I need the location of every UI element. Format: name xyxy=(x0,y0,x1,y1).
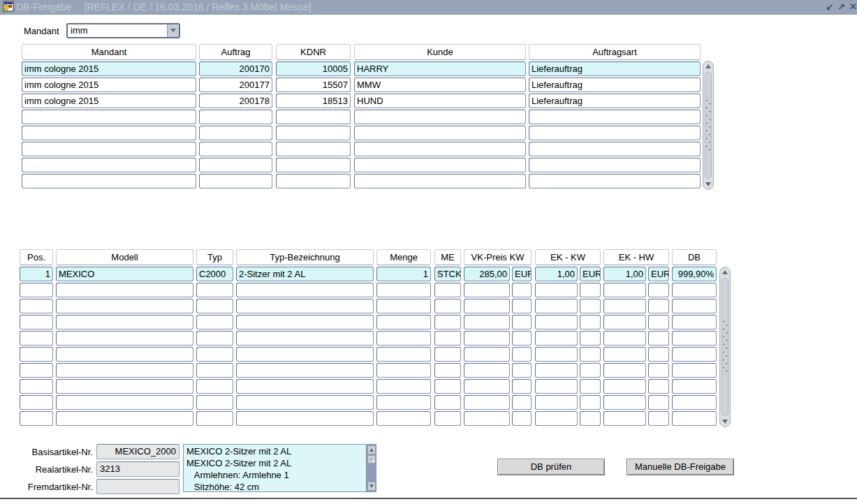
cell-vk_waehrung-row1[interactable]: EUR xyxy=(512,267,532,281)
cell-ek_kw-row3[interactable] xyxy=(535,299,578,313)
positions-scrollbar[interactable] xyxy=(719,267,731,427)
cell-typ-row3[interactable] xyxy=(196,299,233,313)
cell-typ-row10[interactable] xyxy=(196,411,233,426)
cell-vk_preis-row2[interactable] xyxy=(464,283,510,297)
cell-vk_preis-row5[interactable] xyxy=(464,331,510,346)
cell-mandant-row3[interactable]: imm cologne 2015 xyxy=(22,94,196,108)
cell-me-row10[interactable] xyxy=(434,411,461,426)
cell-vk_preis-row6[interactable] xyxy=(464,347,510,362)
cell-kdnr-row4[interactable] xyxy=(276,110,351,124)
cell-auftragsart-row6[interactable] xyxy=(529,142,701,156)
cell-me-row9[interactable] xyxy=(434,395,461,410)
cell-typ-row8[interactable] xyxy=(196,379,233,394)
cell-ek_hw-row7[interactable] xyxy=(603,363,646,378)
cell-modell-row3[interactable] xyxy=(56,299,193,313)
cell-pos-row3[interactable] xyxy=(20,299,53,313)
cell-typ-row9[interactable] xyxy=(196,395,233,410)
cell-ek_kw-row2[interactable] xyxy=(535,283,578,297)
cell-ek_hw-row5[interactable] xyxy=(603,331,646,346)
cell-auftragsart-row5[interactable] xyxy=(529,126,701,140)
cell-me-row1[interactable]: STCK xyxy=(434,267,461,281)
cell-modell-row1[interactable]: MEXICO xyxy=(56,267,193,281)
cell-ek_hw_waehrung-row5[interactable] xyxy=(648,331,669,346)
cell-typ-row2[interactable] xyxy=(196,283,233,297)
cell-ek_kw-row4[interactable] xyxy=(535,315,578,329)
cell-typ_bezeichnung-row3[interactable] xyxy=(236,299,374,313)
cell-ek_kw_waehrung-row4[interactable] xyxy=(580,315,601,329)
fremdartikel-field[interactable] xyxy=(96,479,180,494)
cell-kdnr-row7[interactable] xyxy=(276,158,351,172)
scrollbar-grip[interactable] xyxy=(722,319,728,375)
cell-vk_preis-row10[interactable] xyxy=(464,411,510,426)
cell-kunde-row5[interactable] xyxy=(354,126,526,140)
cell-mandant-row7[interactable] xyxy=(22,158,196,172)
cell-kdnr-row3[interactable]: 18513 xyxy=(276,94,351,108)
cell-db-row6[interactable] xyxy=(672,347,717,362)
cell-typ_bezeichnung-row4[interactable] xyxy=(236,315,374,329)
cell-auftragsart-row1[interactable]: Lieferauftrag xyxy=(529,61,701,76)
cell-ek_hw_waehrung-row2[interactable] xyxy=(648,283,669,297)
cell-mandant-row5[interactable] xyxy=(22,126,196,140)
restore-window-icon[interactable]: ↙ xyxy=(826,1,837,12)
cell-ek_hw_waehrung-row10[interactable] xyxy=(648,411,669,426)
cell-typ_bezeichnung-row8[interactable] xyxy=(236,379,374,394)
cell-mandant-row6[interactable] xyxy=(22,142,196,156)
cell-auftrag-row6[interactable] xyxy=(199,142,272,156)
cell-typ_bezeichnung-row6[interactable] xyxy=(236,347,374,362)
cell-ek_kw-row7[interactable] xyxy=(535,363,578,378)
cell-ek_hw_waehrung-row7[interactable] xyxy=(648,363,669,378)
cell-kunde-row8[interactable] xyxy=(354,174,526,188)
cell-kunde-row7[interactable] xyxy=(354,158,526,172)
cell-ek_hw_waehrung-row9[interactable] xyxy=(648,395,669,410)
cell-typ_bezeichnung-row5[interactable] xyxy=(236,331,374,346)
cell-typ_bezeichnung-row10[interactable] xyxy=(236,411,374,426)
artikel-beschreibung-textarea[interactable]: MEXICO 2-Sitzer mit 2 AL MEXICO 2-Sitzer… xyxy=(183,444,376,492)
cell-ek_kw_waehrung-row6[interactable] xyxy=(580,347,601,362)
cell-typ-row1[interactable]: C2000 xyxy=(196,267,233,281)
cell-ek_kw_waehrung-row2[interactable] xyxy=(580,283,601,297)
cell-auftrag-row2[interactable]: 200177 xyxy=(199,77,272,92)
cell-pos-row2[interactable] xyxy=(20,283,53,297)
cell-pos-row9[interactable] xyxy=(20,395,53,410)
scroll-down-icon[interactable] xyxy=(367,482,376,491)
cell-kunde-row4[interactable] xyxy=(354,110,526,124)
cell-modell-row4[interactable] xyxy=(56,315,193,329)
cell-vk_preis-row3[interactable] xyxy=(464,299,510,313)
cell-me-row2[interactable] xyxy=(434,283,461,297)
cell-me-row8[interactable] xyxy=(434,379,461,394)
cell-vk_waehrung-row8[interactable] xyxy=(512,379,532,394)
cell-ek_kw-row10[interactable] xyxy=(535,411,578,426)
cell-typ_bezeichnung-row2[interactable] xyxy=(236,283,374,297)
cell-ek_kw-row5[interactable] xyxy=(535,331,578,346)
cell-db-row2[interactable] xyxy=(672,283,717,297)
cell-ek_hw-row3[interactable] xyxy=(603,299,646,313)
cell-ek_hw-row6[interactable] xyxy=(603,347,646,362)
cell-kunde-row2[interactable]: MMW xyxy=(354,77,526,92)
cell-ek_hw_waehrung-row3[interactable] xyxy=(648,299,669,313)
cell-auftrag-row5[interactable] xyxy=(199,126,272,140)
cell-pos-row8[interactable] xyxy=(20,379,53,394)
cell-vk_waehrung-row10[interactable] xyxy=(512,411,532,426)
cell-pos-row10[interactable] xyxy=(20,411,53,426)
scrollbar-thumb[interactable] xyxy=(705,72,712,179)
cell-menge-row9[interactable] xyxy=(376,395,431,410)
cell-me-row4[interactable] xyxy=(434,315,461,329)
cell-me-row3[interactable] xyxy=(434,299,461,313)
cell-typ-row5[interactable] xyxy=(196,331,233,346)
manuelle-db-freigabe-button[interactable]: Manuelle DB-Freigabe xyxy=(627,459,734,475)
cell-typ-row4[interactable] xyxy=(196,315,233,329)
cell-ek_hw_waehrung-row8[interactable] xyxy=(648,379,669,394)
cell-me-row5[interactable] xyxy=(434,331,461,346)
cell-menge-row6[interactable] xyxy=(376,347,431,362)
cell-kunde-row3[interactable]: HUND xyxy=(354,94,526,108)
cell-ek_hw-row9[interactable] xyxy=(603,395,646,410)
cell-vk_waehrung-row7[interactable] xyxy=(512,363,532,378)
dropdown-button[interactable] xyxy=(167,24,179,37)
cell-ek_kw_waehrung-row5[interactable] xyxy=(580,331,601,346)
cell-typ_bezeichnung-row9[interactable] xyxy=(236,395,374,410)
cell-ek_kw_waehrung-row8[interactable] xyxy=(580,379,601,394)
cell-mandant-row4[interactable] xyxy=(22,110,196,124)
cell-menge-row4[interactable] xyxy=(376,315,431,329)
realartikel-field[interactable]: 3213 xyxy=(96,461,180,477)
scroll-up-icon[interactable] xyxy=(704,61,712,71)
